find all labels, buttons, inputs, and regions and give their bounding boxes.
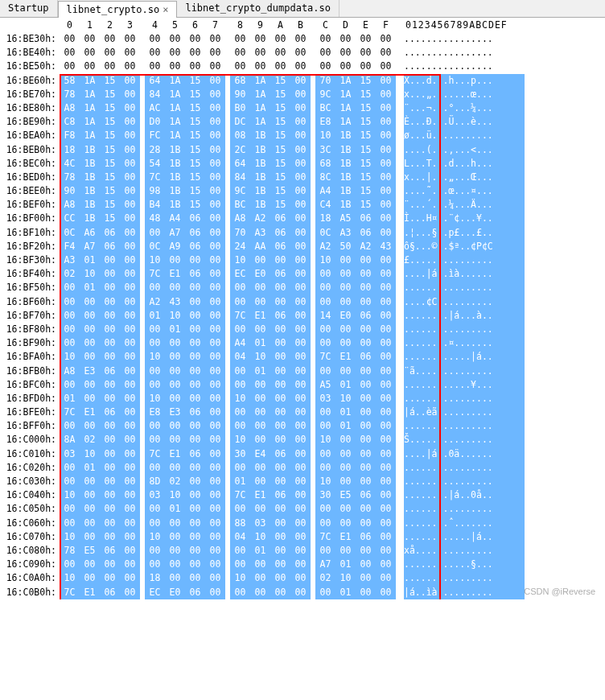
- hex-byte[interactable]: E1: [250, 309, 270, 323]
- hex-byte[interactable]: 00: [376, 544, 396, 558]
- hex-byte[interactable]: 00: [100, 558, 120, 571]
- hex-byte[interactable]: 00: [270, 323, 290, 336]
- hex-byte[interactable]: 00: [120, 309, 140, 323]
- hex-byte[interactable]: E1: [80, 406, 100, 419]
- ascii-repr[interactable]: ................: [404, 571, 525, 585]
- hex-byte[interactable]: 00: [315, 502, 335, 516]
- hex-byte[interactable]: 00: [290, 419, 311, 433]
- hex-byte[interactable]: 06: [100, 226, 120, 240]
- hex-byte[interactable]: 2C: [230, 143, 250, 157]
- hex-byte[interactable]: 64: [230, 157, 250, 171]
- hex-byte[interactable]: 00: [270, 517, 290, 530]
- hex-byte[interactable]: 00: [165, 336, 185, 350]
- hex-byte[interactable]: E0: [250, 267, 270, 281]
- hex-byte[interactable]: 00: [230, 544, 250, 558]
- hex-byte[interactable]: 06: [356, 488, 376, 502]
- hex-byte[interactable]: 04: [230, 530, 250, 544]
- hex-byte[interactable]: 04: [230, 350, 250, 364]
- hex-byte[interactable]: 1B: [335, 143, 356, 157]
- hex-byte[interactable]: 10: [60, 571, 80, 585]
- hex-byte[interactable]: 43: [376, 240, 396, 253]
- hex-row[interactable]: 16:BE70h:781A1500841A1500901A15009C1A150…: [0, 88, 605, 101]
- hex-byte[interactable]: 00: [185, 253, 205, 267]
- hex-byte[interactable]: 00: [100, 517, 120, 530]
- hex-byte[interactable]: 00: [290, 488, 311, 502]
- hex-byte[interactable]: 00: [80, 323, 100, 336]
- hex-row[interactable]: 16:BF80h:0000000000010000000000000000000…: [0, 323, 605, 336]
- ascii-repr[interactable]: È...Ð...Ü...è...: [404, 115, 525, 129]
- hex-byte[interactable]: 78: [60, 544, 80, 558]
- hex-byte[interactable]: 00: [185, 309, 205, 323]
- hex-byte[interactable]: 00: [165, 60, 185, 73]
- hex-byte[interactable]: 01: [335, 558, 356, 571]
- hex-byte[interactable]: 00: [185, 517, 205, 530]
- hex-row[interactable]: 16:BE80h:A81A1500AC1A1500B01A1500BC1A150…: [0, 101, 605, 115]
- hex-row[interactable]: 16:BE50h:0000000000000000000000000000000…: [0, 60, 605, 73]
- hex-byte[interactable]: E1: [335, 530, 356, 544]
- hex-byte[interactable]: 00: [335, 502, 356, 516]
- hex-byte[interactable]: 00: [120, 88, 140, 101]
- hex-byte[interactable]: 10: [335, 571, 356, 585]
- hex-byte[interactable]: 00: [356, 558, 376, 571]
- hex-byte[interactable]: 00: [60, 461, 80, 475]
- hex-byte[interactable]: A5: [315, 378, 335, 392]
- ascii-repr[interactable]: ¨...¬...°...¼...: [404, 101, 525, 115]
- hex-byte[interactable]: 00: [376, 157, 396, 171]
- hex-byte[interactable]: 00: [230, 281, 250, 294]
- hex-byte[interactable]: 68: [230, 74, 250, 88]
- hex-byte[interactable]: 00: [230, 364, 250, 378]
- hex-byte[interactable]: A4: [315, 184, 335, 198]
- hex-byte[interactable]: 00: [120, 74, 140, 88]
- hex-byte[interactable]: 00: [290, 447, 311, 461]
- hex-byte[interactable]: 00: [120, 171, 140, 184]
- hex-byte[interactable]: 3C: [315, 143, 335, 157]
- hex-byte[interactable]: 00: [100, 502, 120, 516]
- hex-byte[interactable]: 00: [376, 281, 396, 294]
- hex-byte[interactable]: F8: [60, 129, 80, 142]
- hex-byte[interactable]: 15: [185, 198, 205, 212]
- hex-byte[interactable]: 1B: [165, 143, 185, 157]
- hex-byte[interactable]: 10: [230, 571, 250, 585]
- hex-byte[interactable]: 00: [80, 517, 100, 530]
- hex-byte[interactable]: A8: [230, 212, 250, 225]
- hex-byte[interactable]: 00: [230, 295, 250, 309]
- hex-byte[interactable]: 00: [145, 502, 165, 516]
- hex-byte[interactable]: A7: [165, 226, 185, 240]
- hex-byte[interactable]: 00: [335, 364, 356, 378]
- hex-byte[interactable]: 00: [120, 419, 140, 433]
- hex-byte[interactable]: 00: [205, 60, 225, 73]
- hex-byte[interactable]: 15: [100, 171, 120, 184]
- hex-byte[interactable]: 00: [145, 558, 165, 571]
- hex-byte[interactable]: 54: [145, 157, 165, 171]
- hex-byte[interactable]: 1B: [165, 157, 185, 171]
- hex-byte[interactable]: 00: [120, 143, 140, 157]
- hex-byte[interactable]: 00: [356, 336, 376, 350]
- hex-byte[interactable]: 15: [185, 171, 205, 184]
- hex-row[interactable]: 16:BF30h:A301000010000000100000001000000…: [0, 253, 605, 267]
- hex-byte[interactable]: 00: [376, 295, 396, 309]
- hex-byte[interactable]: 00: [120, 502, 140, 516]
- hex-byte[interactable]: 00: [205, 171, 225, 184]
- hex-byte[interactable]: 00: [185, 60, 205, 73]
- hex-byte[interactable]: 00: [356, 46, 376, 60]
- hex-byte[interactable]: 00: [185, 461, 205, 475]
- hex-byte[interactable]: 00: [270, 544, 290, 558]
- hex-byte[interactable]: 10: [60, 530, 80, 544]
- hex-byte[interactable]: 00: [376, 406, 396, 419]
- hex-byte[interactable]: 00: [376, 253, 396, 267]
- hex-byte[interactable]: 00: [376, 74, 396, 88]
- hex-byte[interactable]: 24: [230, 240, 250, 253]
- hex-byte[interactable]: 00: [205, 517, 225, 530]
- hex-byte[interactable]: 0C: [315, 226, 335, 240]
- ascii-repr[interactable]: ........ˆ.......: [404, 517, 525, 530]
- hex-row[interactable]: 16:C020h:0001000000000000000000000000000…: [0, 461, 605, 475]
- hex-byte[interactable]: 68: [315, 157, 335, 171]
- hex-byte[interactable]: 00: [205, 267, 225, 281]
- hex-row[interactable]: 16:BFE0h:7CE10600E8E30600000000000001000…: [0, 406, 605, 419]
- hex-byte[interactable]: 00: [376, 502, 396, 516]
- hex-byte[interactable]: 00: [356, 517, 376, 530]
- ascii-repr[interactable]: L...T...d...h...: [404, 157, 525, 171]
- hex-byte[interactable]: 06: [270, 267, 290, 281]
- hex-byte[interactable]: 00: [60, 517, 80, 530]
- hex-byte[interactable]: 06: [356, 226, 376, 240]
